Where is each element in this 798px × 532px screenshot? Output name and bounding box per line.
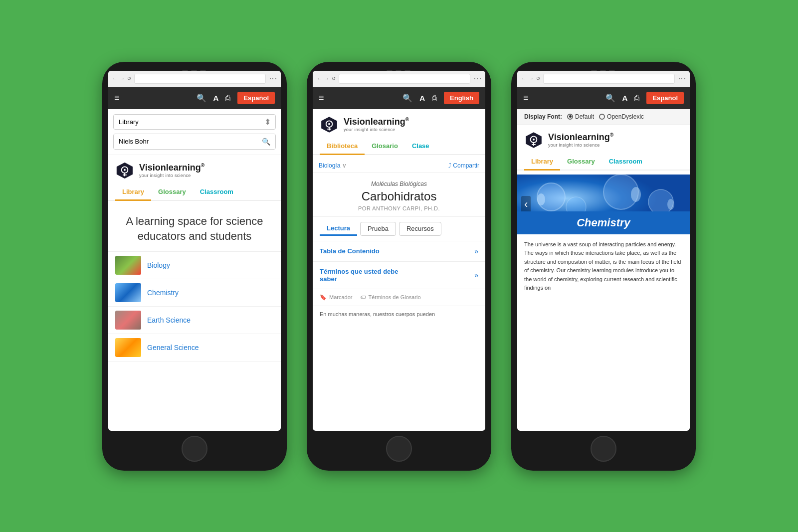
list-item[interactable]: Biology (108, 252, 281, 279)
forward-arrow-icon-3[interactable]: → (529, 76, 534, 81)
print-icon-3[interactable]: ⎙ (634, 94, 639, 103)
tab-biblioteca[interactable]: Biblioteca (320, 138, 365, 155)
back-arrow-icon[interactable]: ← (112, 76, 117, 81)
breadcrumb-biologia[interactable]: Biología (319, 162, 340, 169)
article-header: Moléculas Biológicas Carbohidratos POR A… (313, 173, 485, 217)
refresh-icon-3[interactable]: ↺ (536, 76, 540, 81)
list-item[interactable]: Earth Science (108, 307, 281, 334)
svg-point-20 (537, 193, 545, 205)
forward-arrow-icon-2[interactable]: → (324, 76, 329, 81)
back-arrow-icon-3[interactable]: ← (521, 76, 526, 81)
home-button-2[interactable] (386, 436, 412, 462)
search-icon-2[interactable]: 🔍 (402, 93, 412, 103)
forward-arrow-icon[interactable]: → (120, 76, 125, 81)
back-arrow-icon-2[interactable]: ← (317, 76, 322, 81)
hamburger-icon-3[interactable]: ≡ (523, 93, 529, 103)
tab-library-3[interactable]: Library (524, 154, 560, 171)
search-button-1[interactable]: 🔍 (257, 134, 275, 149)
font-icon-3[interactable]: A (622, 94, 628, 102)
tab-glossary-3[interactable]: Glossary (560, 154, 602, 171)
browser-controls-2: ← → ↺ (317, 76, 336, 81)
banner-prev-arrow-icon[interactable]: ‹ (521, 196, 531, 213)
lang-button-3[interactable]: Español (646, 92, 684, 104)
font-default-option[interactable]: Default (567, 113, 594, 120)
glossary-tool[interactable]: 🏷 Términos de Glosario (360, 294, 420, 300)
share-icon: ⤴ (448, 162, 451, 169)
svg-point-7 (328, 123, 330, 125)
browser-menu-icon[interactable]: ⋮ (269, 75, 277, 82)
font-dyslexic-option[interactable]: OpenDyslexic (599, 113, 644, 120)
tab-glosario[interactable]: Glosario (365, 138, 405, 155)
glossary-tag-icon: 🏷 (360, 294, 366, 300)
accordion-item-1[interactable]: Tabla de Contenido » (313, 241, 485, 262)
search-row: 🔍 (113, 134, 276, 150)
bookmark-tool[interactable]: 🔖 Marcador (320, 294, 352, 301)
browser-bar-2: ← → ↺ ⋮ (313, 71, 485, 87)
biology-thumb-icon (115, 256, 141, 275)
browser-controls-1: ← → ↺ (112, 76, 131, 81)
breadcrumb-2: Biología ∨ ⤴ Compartir (313, 159, 485, 173)
browser-menu-icon-2[interactable]: ⋮ (473, 75, 481, 82)
font-icon-1[interactable]: A (213, 94, 219, 102)
tab-lectura[interactable]: Lectura (320, 222, 357, 236)
chemistry-banner: ‹ Chemistry (517, 175, 690, 234)
browser-bar-3: ← → ↺ ⋮ (517, 71, 690, 87)
print-icon-1[interactable]: ⎙ (225, 94, 230, 103)
list-item[interactable]: General Science (108, 334, 281, 361)
home-button-3[interactable] (591, 436, 616, 462)
browser-controls-3: ← → ↺ (521, 76, 540, 81)
lang-button-1[interactable]: Español (237, 92, 275, 104)
chemistry-label[interactable]: Chemistry (147, 289, 179, 297)
tab-glossary-1[interactable]: Glossary (151, 184, 193, 201)
visionlearning-logo-icon-1 (115, 161, 134, 180)
hamburger-icon-1[interactable]: ≡ (114, 93, 120, 103)
home-button-1[interactable] (182, 436, 207, 462)
logo-text-1: Visionlearning® your insight into scienc… (139, 163, 204, 178)
logo-text-3: Visionlearning® your insight into scienc… (548, 132, 613, 148)
accordion-arrow-1: » (474, 247, 478, 255)
radio-default-icon (567, 114, 573, 120)
tab-recursos[interactable]: Recursos (399, 222, 441, 236)
search-icon-3[interactable]: 🔍 (605, 93, 615, 103)
library-select[interactable]: Library Glossary (113, 114, 276, 130)
tab-classroom-1[interactable]: Classroom (193, 184, 240, 201)
lang-button-2[interactable]: English (444, 92, 479, 104)
tab-clase[interactable]: Clase (405, 138, 436, 155)
chemistry-banner-title: Chemistry (577, 216, 630, 229)
hamburger-icon-2[interactable]: ≡ (319, 93, 324, 103)
search-area-1: Library Glossary ⬍ 🔍 (108, 109, 281, 155)
earth-science-label[interactable]: Earth Science (147, 316, 191, 324)
general-science-label[interactable]: General Science (147, 344, 199, 352)
phone-2: ← → ↺ ⋮ ≡ 🔍 A ⎙ English (307, 62, 491, 471)
visionlearning-logo-icon-3 (524, 131, 543, 150)
url-bar-3[interactable] (543, 74, 675, 84)
tab-prueba[interactable]: Prueba (360, 222, 396, 236)
font-option-bar: Display Font: Default OpenDyslexic (517, 109, 690, 125)
phones-container: ← → ↺ ⋮ ≡ 🔍 A ⎙ Español (102, 62, 696, 471)
search-icon-1[interactable]: 🔍 (197, 93, 206, 103)
display-font-label: Display Font: (524, 113, 562, 120)
nav-bar-3: ≡ 🔍 A ⎙ Español (517, 87, 690, 109)
tab-library-1[interactable]: Library (115, 184, 151, 201)
tab-classroom-3[interactable]: Classroom (602, 154, 649, 171)
logo-name-2: Visionlearning® (344, 117, 409, 127)
refresh-icon[interactable]: ↺ (127, 76, 131, 81)
share-label: Compartir (453, 162, 479, 169)
logo-name-1: Visionlearning® (139, 163, 204, 173)
article-preview-text: En muchas maneras, nuestros cuerpos pued… (313, 306, 485, 323)
phone-2-screen: ← → ↺ ⋮ ≡ 🔍 A ⎙ English (313, 71, 485, 431)
font-icon-2[interactable]: A (419, 94, 425, 102)
url-bar-1[interactable] (134, 74, 266, 84)
share-button[interactable]: ⤴ Compartir (448, 162, 479, 169)
biology-label[interactable]: Biology (147, 261, 170, 269)
search-input-1[interactable] (114, 134, 257, 149)
logo-text-2: Visionlearning® your insight into scienc… (344, 117, 409, 132)
accordion-item-2[interactable]: Términos que usted debesaber » (313, 262, 485, 289)
url-bar-2[interactable] (339, 74, 470, 84)
svg-point-12 (533, 138, 535, 140)
browser-menu-icon-3[interactable]: ⋮ (678, 75, 686, 82)
print-icon-2[interactable]: ⎙ (432, 94, 437, 103)
library-select-wrapper: Library Glossary ⬍ (113, 114, 276, 130)
refresh-icon-2[interactable]: ↺ (332, 76, 336, 81)
list-item[interactable]: Chemistry (108, 279, 281, 307)
